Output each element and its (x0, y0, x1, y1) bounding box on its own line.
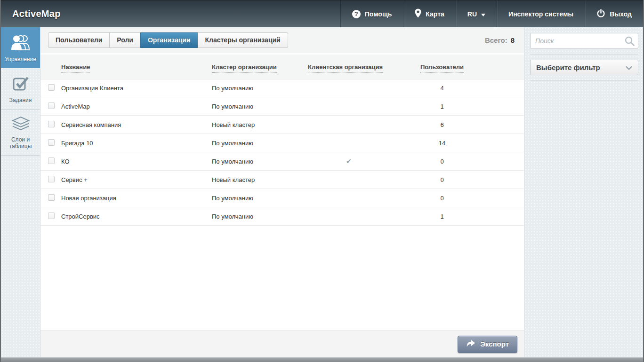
cell-org-name: ActiveMap (61, 103, 212, 110)
help-label: Помощь (365, 10, 392, 18)
cell-cluster: Новый кластер (212, 121, 308, 128)
app-logo: ActiveMap (1, 0, 72, 27)
total-label: Всего: (485, 36, 507, 44)
cell-cluster: По умолчанию (212, 85, 308, 92)
tab-organizations[interactable]: Организации (140, 32, 198, 48)
cell-org-name: КО (61, 158, 212, 165)
filter-dropdown[interactable]: Выберите фильтр (530, 60, 638, 75)
filter-block: Выберите фильтр (530, 60, 638, 81)
row-checkbox[interactable] (48, 176, 55, 182)
cell-cluster: По умолчанию (212, 103, 308, 110)
cell-cluster: По умолчанию (212, 140, 308, 147)
help-icon: ? (352, 10, 361, 18)
column-header-users[interactable]: Пользователи (407, 63, 477, 71)
cell-cluster: По умолчанию (212, 158, 308, 165)
row-checkbox[interactable] (48, 102, 55, 109)
cell-client-org: ✔ (308, 157, 407, 165)
cell-org-name: СтройСервис (61, 213, 212, 220)
filter-label: Выберите фильтр (536, 63, 600, 71)
users-group-icon (10, 34, 31, 52)
cell-users-count: 4 (407, 85, 477, 92)
sidebar-label-tasks: Задания (9, 97, 32, 103)
right-panel: Выберите фильтр (524, 27, 643, 357)
cell-users-count: 0 (407, 158, 477, 165)
table-row[interactable]: Сервис + Новый кластер 0 (40, 171, 524, 189)
left-sidebar: Управление Задания (1, 27, 40, 357)
export-arrow-icon (466, 339, 475, 349)
check-square-icon (12, 75, 29, 93)
header-menu: ? Помощь Карта RU Инспектор системы (340, 0, 643, 27)
cell-client-org (308, 121, 407, 128)
cell-client-org (308, 195, 407, 202)
cell-users-count: 1 (407, 103, 477, 110)
inspector-menu-item[interactable]: Инспектор системы (497, 0, 585, 27)
cell-client-org (308, 140, 407, 147)
inspector-label: Инспектор системы (508, 10, 573, 18)
row-checkbox[interactable] (48, 157, 55, 164)
caret-down-icon (481, 10, 485, 18)
export-label: Экспорт (480, 340, 509, 348)
language-menu-item[interactable]: RU (456, 0, 497, 27)
cell-cluster: По умолчанию (212, 213, 308, 220)
table-header: Название Кластер организации Клиентская … (40, 55, 524, 79)
tab-bar: Пользователи Роли Организации Кластеры о… (40, 27, 524, 55)
chevron-down-icon (626, 63, 632, 71)
table-body: Организация Клиента По умолчанию 4 Activ… (40, 79, 524, 331)
cell-org-name: Сервис + (61, 176, 212, 183)
search-input[interactable] (530, 33, 638, 49)
cell-client-org (308, 85, 407, 92)
table-row[interactable]: Сервисная компания Новый кластер 6 (40, 116, 524, 134)
cell-org-name: Новая организация (61, 195, 212, 202)
column-header-cluster[interactable]: Кластер организации (212, 63, 308, 71)
tab-users[interactable]: Пользователи (48, 32, 110, 48)
map-menu-item[interactable]: Карта (403, 0, 456, 27)
cell-cluster: Новый кластер (212, 176, 308, 183)
table-row[interactable]: Новая организация По умолчанию 0 (40, 189, 524, 207)
cell-client-org (308, 176, 407, 183)
cell-users-count: 0 (407, 195, 477, 202)
table-row[interactable]: СтройСервис По умолчанию 1 (40, 207, 524, 226)
logout-menu-item[interactable]: Выход (585, 0, 643, 27)
column-header-name[interactable]: Название (61, 63, 212, 71)
table-footer: Экспорт (40, 331, 524, 357)
cell-users-count: 6 (407, 121, 477, 128)
sidebar-label-management: Управление (5, 56, 36, 63)
power-icon (596, 9, 605, 19)
tab-roles[interactable]: Роли (109, 32, 141, 48)
export-button[interactable]: Экспорт (458, 336, 517, 353)
table-row[interactable]: Организация Клиента По умолчанию 4 (40, 79, 524, 97)
cell-users-count: 14 (407, 140, 477, 147)
table-row[interactable]: КО По умолчанию ✔ 0 (40, 152, 524, 171)
row-checkbox[interactable] (48, 212, 55, 219)
cell-org-name: Сервисная компания (61, 121, 212, 128)
sidebar-item-management[interactable]: Управление (1, 27, 40, 68)
sidebar-item-tasks[interactable]: Задания (1, 68, 40, 110)
row-checkbox[interactable] (48, 84, 55, 91)
app-window: ActiveMap ? Помощь Карта RU Инспектор си… (0, 0, 644, 362)
cell-users-count: 0 (407, 176, 477, 183)
total-value: 8 (511, 36, 515, 44)
tab-org-clusters[interactable]: Кластеры организаций (198, 32, 288, 48)
total-count: Всего:8 (485, 36, 516, 44)
cell-org-name: Организация Клиента (61, 85, 212, 92)
cell-users-count: 1 (407, 213, 477, 220)
layers-icon (11, 117, 30, 132)
language-label: RU (467, 10, 477, 18)
search-icon (625, 36, 635, 48)
map-label: Карта (426, 10, 444, 18)
map-pin-icon (415, 8, 421, 19)
main-panel: Пользователи Роли Организации Кластеры о… (40, 27, 524, 357)
logout-label: Выход (610, 10, 632, 18)
help-menu-item[interactable]: ? Помощь (340, 0, 403, 27)
cell-org-name: Бригада 10 (61, 140, 212, 147)
top-header: ActiveMap ? Помощь Карта RU Инспектор си… (1, 0, 643, 27)
table-row[interactable]: ActiveMap По умолчанию 1 (40, 97, 524, 116)
row-checkbox[interactable] (48, 139, 55, 146)
row-checkbox[interactable] (48, 121, 55, 127)
table-row[interactable]: Бригада 10 По умолчанию 14 (40, 134, 524, 152)
column-header-client-org[interactable]: Клиентская организация (308, 63, 407, 71)
cell-client-org (308, 103, 407, 110)
sidebar-item-layers[interactable]: Слои и таблицы (1, 110, 40, 156)
client-check-icon: ✔ (346, 157, 352, 165)
row-checkbox[interactable] (48, 194, 55, 201)
